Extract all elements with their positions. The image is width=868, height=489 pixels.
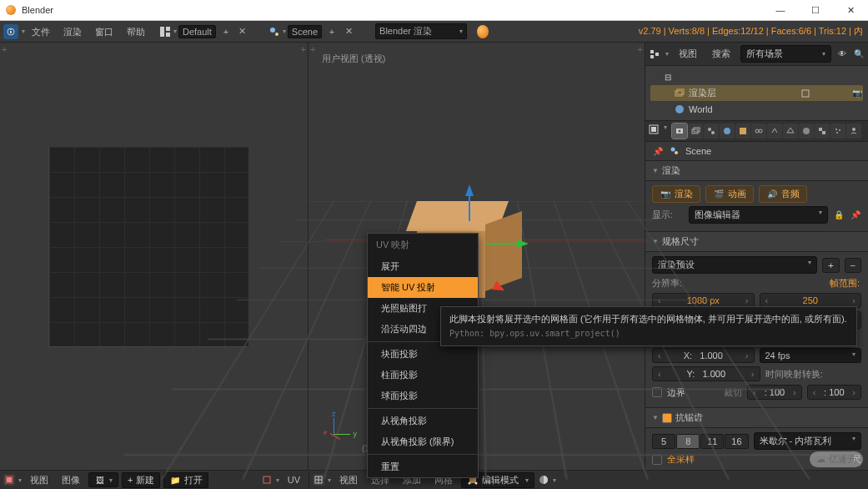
tree-label: World <box>689 104 713 114</box>
remove-preset-button[interactable]: − <box>845 258 861 273</box>
menu-help[interactable]: 帮助 <box>120 22 152 42</box>
tab-object[interactable] <box>735 124 750 139</box>
gizmo-x-arrow-icon[interactable] <box>517 239 529 248</box>
tab-constraints[interactable] <box>751 124 766 139</box>
scene-icon[interactable] <box>266 24 283 39</box>
blender-logo-icon <box>5 4 17 16</box>
menu-item-unwrap[interactable]: 展开 <box>368 256 478 277</box>
outliner-mode-selector[interactable]: 所有场景▾ <box>740 45 831 63</box>
world-icon <box>674 103 685 115</box>
menu-file[interactable]: 文件 <box>25 22 57 42</box>
svg-point-21 <box>708 128 711 131</box>
layout-name: Default <box>183 27 212 37</box>
add-layout-button[interactable]: + <box>218 24 233 39</box>
dropdown-icon[interactable]: ▾ <box>18 476 22 484</box>
add-scene-button[interactable]: + <box>324 24 339 39</box>
render-button[interactable]: 📷渲染 <box>652 185 700 203</box>
info-editor-icon[interactable] <box>3 24 18 39</box>
tree-row-renderlayer[interactable]: 渲染层 📷 <box>650 85 863 101</box>
layout-icon[interactable] <box>157 24 173 39</box>
pin-icon[interactable]: 📌 <box>652 145 664 157</box>
outliner-search[interactable]: 搜索 <box>707 46 735 62</box>
menu-window[interactable]: 窗口 <box>88 22 120 42</box>
dropdown-icon[interactable]: ▾ <box>173 28 177 35</box>
svg-point-32 <box>836 132 838 134</box>
svg-point-27 <box>803 128 810 134</box>
tab-scene[interactable] <box>704 124 719 139</box>
uv-editor-icon[interactable] <box>3 474 15 486</box>
menu-render[interactable]: 渲染 <box>57 22 88 42</box>
audio-button[interactable]: 🔊音频 <box>759 185 807 203</box>
scene-selector[interactable]: Scene <box>288 25 322 38</box>
panel-header-render[interactable]: ▼渲染 <box>645 161 868 181</box>
outliner-editor-icon[interactable] <box>649 48 660 60</box>
tab-render[interactable] <box>672 124 687 139</box>
tab-material[interactable] <box>799 124 814 139</box>
menu-item-sphere-projection[interactable]: 球面投影 <box>368 386 478 406</box>
tab-modifiers[interactable] <box>767 124 782 139</box>
menu-item-reset[interactable]: 重置 <box>368 456 478 477</box>
uv-footer-view[interactable]: 视图 <box>25 472 53 488</box>
svg-point-25 <box>755 129 759 133</box>
dropdown-icon[interactable]: ▾ <box>664 124 667 139</box>
remove-layout-button[interactable]: ✕ <box>235 24 250 39</box>
svg-rect-13 <box>802 90 809 97</box>
menu-title: UV 映射 <box>368 234 478 256</box>
gizmo-z-arrow-icon[interactable] <box>465 184 474 196</box>
menu-item-smart-uv-project[interactable]: 智能 UV 投射 <box>368 277 478 298</box>
tab-data[interactable] <box>783 124 798 139</box>
menu-item-cube-projection[interactable]: 块面投影 <box>368 344 478 365</box>
tab-particles[interactable] <box>830 124 845 139</box>
outliner-tree: ⊟ 渲染层 📷 World <box>645 66 868 120</box>
dropdown-icon[interactable]: ▾ <box>283 28 286 35</box>
tree-row-scene[interactable]: ⊟ <box>650 69 863 85</box>
timeremap-new-field[interactable]: ‹: 100› <box>807 385 861 400</box>
renderlayer-toggle-icon[interactable] <box>800 88 811 99</box>
svg-point-18 <box>679 130 681 133</box>
uv-footer-image[interactable]: 图像 <box>57 472 85 488</box>
svg-rect-16 <box>651 127 656 132</box>
svg-point-14 <box>675 105 684 113</box>
menu-item-cylinder-projection[interactable]: 柱面投影 <box>368 365 478 386</box>
expand-corner-icon[interactable]: + <box>310 44 315 54</box>
tab-texture[interactable] <box>815 124 830 139</box>
maximize-button[interactable]: ☐ <box>798 0 833 21</box>
restrict-render-icon[interactable]: 📷 <box>851 88 863 99</box>
collapse-icon[interactable]: ⊟ <box>662 72 674 83</box>
tab-world[interactable] <box>720 124 735 139</box>
svg-point-34 <box>671 148 675 152</box>
engine-name: Blender 渲染 <box>379 25 432 38</box>
expand-corner-icon[interactable]: + <box>638 44 643 54</box>
filter-icon[interactable]: 👁 <box>836 48 848 60</box>
close-button[interactable]: ✕ <box>833 0 868 21</box>
expand-corner-icon[interactable]: + <box>2 44 7 54</box>
uv-grid[interactable] <box>48 147 248 347</box>
properties-editor-icon[interactable] <box>648 124 660 135</box>
animation-button[interactable]: 🎬动画 <box>705 185 754 203</box>
layout-selector[interactable]: Default <box>178 25 216 38</box>
display-selector[interactable]: 图像编辑器▾ <box>689 206 828 224</box>
render-engine-selector[interactable]: Blender 渲染▾ <box>375 23 467 39</box>
svg-rect-29 <box>822 131 825 134</box>
minimize-button[interactable]: — <box>763 0 798 21</box>
svg-point-23 <box>724 128 730 134</box>
pin-icon[interactable]: 📌 <box>850 209 861 221</box>
remove-scene-button[interactable]: ✕ <box>341 24 356 39</box>
fps-selector[interactable]: 24 fps▾ <box>760 348 862 363</box>
3d-viewport[interactable]: + + 用户视图 (透视) (1) Cube UV 映射 展开 智能 UV 投射… <box>309 43 645 470</box>
menu-item-project-from-view[interactable]: 从视角投影 <box>368 411 478 431</box>
dropdown-icon[interactable]: ▾ <box>665 50 669 58</box>
search-icon[interactable]: 🔍 <box>853 48 865 60</box>
tree-row-world[interactable]: World <box>650 101 863 117</box>
scene-name: Scene <box>292 27 318 37</box>
svg-rect-1 <box>10 31 12 33</box>
outliner-view[interactable]: 视图 <box>674 46 702 62</box>
add-preset-button[interactable]: + <box>822 258 839 273</box>
tab-renderlayers[interactable] <box>688 124 703 139</box>
lock-icon[interactable]: 🔒 <box>833 209 845 221</box>
expand-corner-icon[interactable]: + <box>301 44 306 54</box>
tab-physics[interactable] <box>846 124 861 139</box>
menu-item-project-from-view-bounds[interactable]: 从视角投影 (限界) <box>368 431 478 452</box>
svg-point-7 <box>275 33 278 36</box>
svg-point-6 <box>270 28 275 33</box>
